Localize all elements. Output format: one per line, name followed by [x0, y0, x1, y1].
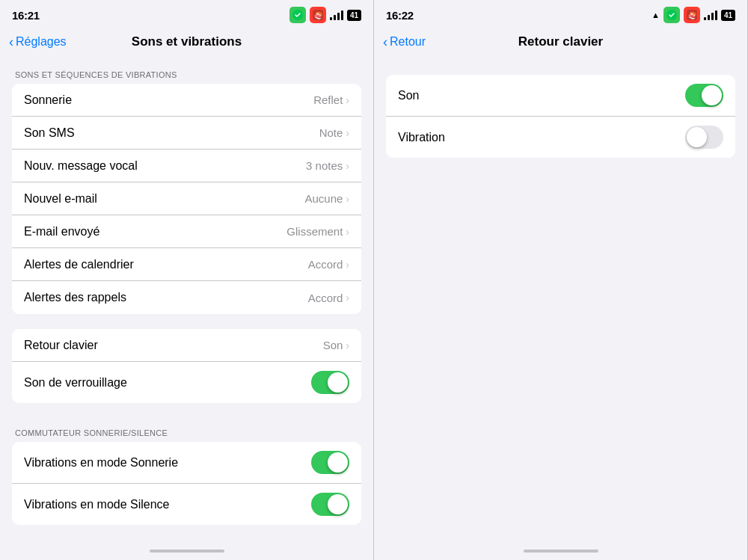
retour-clavier-value: Son — [323, 339, 343, 351]
vib-sonnerie-label: Vibrations en mode Sonnerie — [24, 456, 311, 470]
info-block-sonnerie: 🔔 Mode sonnerie En mode Sonnerie, vous e… — [0, 540, 373, 545]
list-item-son[interactable]: Son — [386, 75, 735, 117]
left-nav-bar: ‹ Réglages Sons et vibrations — [0, 27, 373, 60]
svg-text:🍣: 🍣 — [688, 11, 697, 20]
vibration-toggle-thumb — [687, 127, 707, 147]
right-bottom-bar — [374, 545, 747, 560]
signal-bars-left — [330, 10, 343, 20]
email-envoye-right: Glissement › — [286, 225, 349, 238]
email-envoye-label: E-mail envoyé — [24, 225, 286, 239]
vibration-label: Vibration — [398, 131, 685, 144]
left-nav-title: Sons et vibrations — [132, 34, 242, 49]
son-toggle-thumb — [702, 85, 722, 105]
list-item-vib-silence[interactable]: Vibrations en mode Silence — [12, 484, 361, 525]
alertes-calendrier-value: Accord — [308, 258, 343, 271]
retour-clavier-chevron-icon: › — [346, 339, 349, 351]
left-time: 16:21 — [12, 9, 40, 22]
retour-clavier-label: Retour clavier — [24, 339, 323, 352]
left-status-icons: 🍣 41 — [289, 7, 361, 23]
list-item-message-vocal[interactable]: Nouv. message vocal 3 notes › — [12, 150, 361, 182]
left-back-label: Réglages — [16, 35, 67, 49]
right-back-chevron-icon: ‹ — [383, 35, 387, 49]
son-sms-label: Son SMS — [24, 126, 319, 140]
battery-left: 41 — [347, 10, 361, 21]
alertes-rappels-right: Accord › — [308, 292, 349, 304]
section3-list: Vibrations en mode Sonnerie Vibrations e… — [12, 442, 361, 525]
left-back-chevron-icon: ‹ — [9, 35, 13, 49]
list-item-son-sms[interactable]: Son SMS Note › — [12, 117, 361, 150]
son-toggle[interactable] — [685, 84, 723, 107]
retour-clavier-right: Son › — [323, 339, 349, 351]
email-envoye-value: Glissement — [286, 225, 343, 238]
list-item-nouvel-email[interactable]: Nouvel e-mail Aucune › — [12, 182, 361, 215]
right-list: Son Vibration — [386, 75, 735, 158]
sonnerie-chevron-icon: › — [346, 94, 349, 106]
app-icon-red-left: 🍣 — [310, 7, 326, 23]
list-item-sonnerie[interactable]: Sonnerie Reflet › — [12, 84, 361, 117]
message-vocal-label: Nouv. message vocal — [24, 159, 306, 173]
nouvel-email-label: Nouvel e-mail — [24, 192, 304, 206]
son-sms-right: Note › — [319, 126, 349, 139]
vib-silence-label: Vibrations en mode Silence — [24, 498, 311, 511]
list-item-son-verrouillage[interactable]: Son de verrouillage — [12, 362, 361, 403]
right-nav-title: Retour clavier — [518, 34, 603, 49]
section1-list: Sonnerie Reflet › Son SMS Note › Nouv. m… — [12, 84, 361, 314]
section2-list: Retour clavier Son › Son de verrouillage — [12, 329, 361, 403]
alertes-rappels-value: Accord — [308, 292, 343, 304]
svg-text:🍣: 🍣 — [314, 11, 323, 20]
list-item-vibration[interactable]: Vibration — [386, 117, 735, 158]
vib-silence-toggle-thumb — [328, 494, 348, 514]
son-sms-value: Note — [319, 126, 343, 139]
right-time: 16:22 — [386, 9, 414, 22]
son-verrouillage-label: Son de verrouillage — [24, 376, 311, 390]
sonnerie-label: Sonnerie — [24, 93, 313, 107]
right-content: Son Vibration — [374, 60, 747, 545]
sonnerie-right: Reflet › — [313, 93, 349, 106]
signal-bars-right — [704, 10, 717, 20]
nouvel-email-chevron-icon: › — [346, 193, 349, 205]
right-status-icons: ▲ 🍣 41 — [652, 7, 735, 23]
right-phone-panel: 16:22 ▲ 🍣 41 ‹ Retour Retour clavier — [374, 0, 748, 560]
right-nav-bar: ‹ Retour Retour clavier — [374, 27, 747, 60]
left-content: Sons et séquences de vibrations Sonnerie… — [0, 60, 373, 545]
message-vocal-value: 3 notes — [306, 159, 343, 172]
vibration-toggle[interactable] — [685, 126, 723, 149]
sonnerie-value: Reflet — [313, 93, 343, 106]
left-bottom-bar — [0, 545, 373, 560]
email-envoye-chevron-icon: › — [346, 226, 349, 238]
vib-silence-toggle[interactable] — [311, 493, 349, 516]
vib-sonnerie-toggle-thumb — [328, 452, 348, 473]
alertes-calendrier-right: Accord › — [308, 258, 349, 271]
nouvel-email-value: Aucune — [304, 192, 343, 205]
nouvel-email-right: Aucune › — [304, 192, 349, 205]
alertes-calendrier-label: Alertes de calendrier — [24, 258, 308, 271]
right-back-button[interactable]: ‹ Retour — [383, 35, 426, 49]
left-status-bar: 16:21 🍣 41 — [0, 0, 373, 27]
message-vocal-right: 3 notes › — [306, 159, 349, 172]
app-icon-green-left — [289, 7, 306, 23]
alertes-rappels-chevron-icon: › — [346, 292, 349, 304]
right-back-label: Retour — [390, 35, 426, 49]
battery-right: 41 — [721, 10, 735, 21]
app-icon-red-right: 🍣 — [684, 7, 700, 23]
list-item-retour-clavier[interactable]: Retour clavier Son › — [12, 329, 361, 362]
right-home-indicator — [524, 550, 598, 553]
left-phone-panel: 16:21 🍣 41 ‹ Réglages Sons et vibrations — [0, 0, 374, 560]
section3-header: Commutateur sonnerie/silence — [0, 418, 373, 442]
location-icon: ▲ — [652, 10, 660, 19]
list-item-alertes-calendrier[interactable]: Alertes de calendrier Accord › — [12, 248, 361, 281]
list-item-vib-sonnerie[interactable]: Vibrations en mode Sonnerie — [12, 442, 361, 484]
left-back-button[interactable]: ‹ Réglages — [9, 35, 67, 49]
message-vocal-chevron-icon: › — [346, 160, 349, 172]
son-verrouillage-toggle[interactable] — [311, 371, 349, 394]
vib-sonnerie-toggle[interactable] — [311, 451, 349, 474]
left-home-indicator — [150, 550, 224, 553]
son-verrouillage-toggle-thumb — [328, 372, 348, 393]
alertes-calendrier-chevron-icon: › — [346, 259, 349, 271]
alertes-rappels-label: Alertes des rappels — [24, 291, 308, 304]
list-item-email-envoye[interactable]: E-mail envoyé Glissement › — [12, 215, 361, 248]
list-item-alertes-rappels[interactable]: Alertes des rappels Accord › — [12, 281, 361, 314]
app-icon-green-right — [663, 7, 680, 23]
son-label: Son — [398, 89, 685, 102]
section1-header: Sons et séquences de vibrations — [0, 60, 373, 84]
